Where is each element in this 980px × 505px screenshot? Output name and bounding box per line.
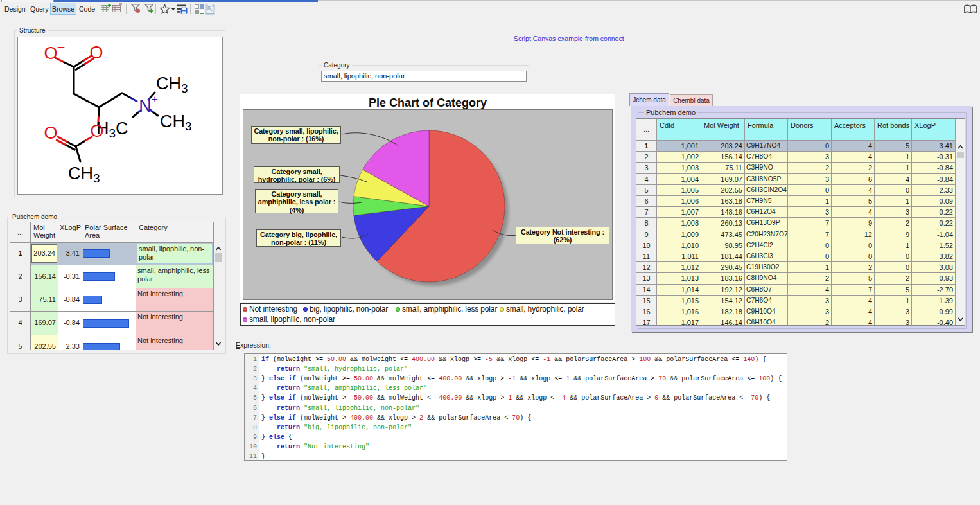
svg-text:–: – [58,39,65,53]
svg-text:CH3: CH3 [68,164,100,185]
svg-text:N: N [139,96,152,116]
svg-text:+: + [152,93,158,105]
svg-text:O: O [44,44,57,63]
svg-text:CH3: CH3 [160,112,192,133]
svg-text:O: O [89,43,103,62]
svg-text:CH3: CH3 [156,74,188,95]
svg-text:O: O [90,121,103,141]
svg-text:O: O [44,123,57,143]
